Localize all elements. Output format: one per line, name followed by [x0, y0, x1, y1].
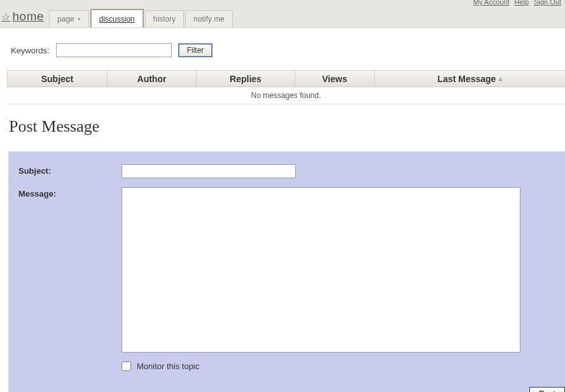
monitor-checkbox[interactable]: [122, 361, 131, 371]
col-last-message[interactable]: Last Message ▵: [375, 71, 565, 87]
col-last-message-label: Last Message: [438, 74, 496, 84]
messages-grid: Subject Author Replies Views Last Messag…: [7, 70, 565, 104]
home-link[interactable]: ☆ home: [1, 10, 49, 27]
sign-out-link[interactable]: Sign Out: [534, 0, 561, 6]
filter-button[interactable]: Filter: [178, 43, 213, 57]
col-author[interactable]: Author: [108, 71, 197, 87]
col-replies[interactable]: Replies: [197, 71, 295, 87]
tab-label: discussion: [99, 15, 135, 24]
grid-empty-message: No messages found.: [7, 87, 565, 104]
tab-label: notify me: [193, 15, 225, 24]
post-form: Subject: Message: Monitor this topic Pos…: [8, 151, 565, 392]
message-textarea[interactable]: [122, 187, 520, 353]
tab-label: history: [153, 15, 176, 24]
top-bar: My Account Help Sign Out ☆ home page▾dis…: [0, 0, 565, 28]
my-account-link[interactable]: My Account: [473, 0, 510, 6]
tab-discussion[interactable]: discussion: [90, 9, 144, 27]
tab-label: page: [57, 15, 74, 24]
filter-row: Keywords: Filter: [0, 28, 565, 70]
grid-header: Subject Author Replies Views Last Messag…: [7, 71, 565, 87]
tab-history[interactable]: history: [145, 10, 184, 27]
keywords-label: Keywords:: [11, 46, 50, 55]
subject-label: Subject:: [18, 164, 122, 176]
post-button[interactable]: Post: [529, 387, 565, 392]
user-links: My Account Help Sign Out: [473, 0, 561, 6]
chevron-down-icon: ▾: [78, 16, 81, 22]
monitor-label: Monitor this topic: [137, 361, 199, 371]
message-label: Message:: [18, 187, 122, 199]
monitor-row: Monitor this topic: [122, 361, 556, 371]
home-label: home: [13, 10, 45, 24]
subject-input[interactable]: [122, 164, 296, 178]
sort-asc-icon: ▵: [499, 75, 502, 82]
help-link[interactable]: Help: [515, 0, 529, 6]
star-icon: ☆: [1, 11, 11, 23]
tab-notify-me[interactable]: notify me: [185, 10, 233, 27]
tab-page[interactable]: page▾: [49, 10, 89, 27]
keywords-input[interactable]: [56, 43, 172, 57]
col-subject[interactable]: Subject: [7, 71, 108, 87]
post-message-heading: Post Message: [9, 117, 565, 136]
col-views[interactable]: Views: [295, 71, 375, 87]
